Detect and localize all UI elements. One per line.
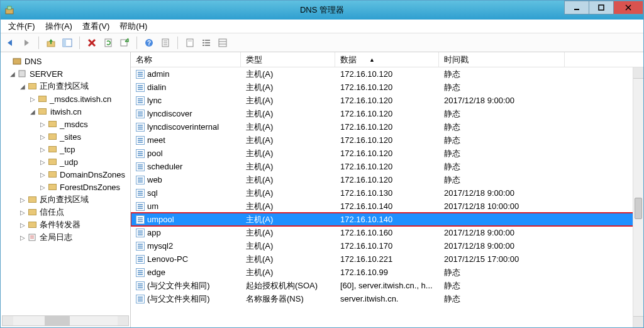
expander-icon[interactable]: ▷ <box>38 133 47 140</box>
table-row[interactable]: um主机(A)172.16.10.1402017/12/18 10:00:00 <box>131 200 643 213</box>
col-data-header[interactable]: 数据▲ <box>335 52 439 67</box>
folder-icon <box>27 81 37 91</box>
table-row[interactable]: (与父文件夹相同)起始授权机构(SOA)[60], server.itwish.… <box>131 279 643 292</box>
table-row[interactable]: umpool主机(A)172.16.10.140 <box>131 213 643 226</box>
scrollbar-thumb[interactable] <box>635 198 642 219</box>
svg-rect-21 <box>203 42 204 43</box>
expander-icon[interactable]: ◢ <box>28 108 37 115</box>
maximize-button[interactable] <box>589 1 614 14</box>
tree-reverse-zones[interactable]: ▷反向查找区域 <box>1 193 130 206</box>
expander-icon[interactable]: ▷ <box>38 159 47 166</box>
table-row[interactable]: admin主机(A)172.16.10.120静态 <box>131 67 643 81</box>
tree-forward-zones[interactable]: ◢正向查找区域 <box>1 80 130 93</box>
col-name-header[interactable]: 名称 <box>131 52 241 67</box>
table-row[interactable]: lync主机(A)172.16.10.1202017/12/18 9:00:00 <box>131 94 643 107</box>
export-button[interactable] <box>118 36 131 50</box>
expander-icon[interactable]: ▷ <box>28 96 37 103</box>
expander-icon[interactable]: ▷ <box>38 121 47 128</box>
expander-icon[interactable]: ▷ <box>18 222 27 229</box>
zone-icon <box>37 94 47 104</box>
col-timestamp-header[interactable]: 时间戳 <box>439 52 565 67</box>
table-row[interactable]: app主机(A)172.16.10.1602017/12/18 9:00:00 <box>131 226 643 239</box>
svg-rect-25 <box>219 39 226 47</box>
nav-back-button[interactable] <box>3 36 17 50</box>
zone-icon <box>37 106 47 116</box>
expander-icon[interactable]: ▷ <box>38 184 47 191</box>
svg-text:?: ? <box>147 40 151 47</box>
tree-sub-_msdcs[interactable]: ▷_msdcs <box>1 118 130 130</box>
tree-sub-ForestDnsZones[interactable]: ▷ForestDnsZones <box>1 181 130 193</box>
show-hide-tree-button[interactable] <box>60 36 74 50</box>
table-row[interactable]: (与父文件夹相同)名称服务器(NS)server.itwish.cn.静态 <box>131 292 643 305</box>
col-type-header[interactable]: 类型 <box>241 52 335 67</box>
svg-rect-8 <box>63 39 66 47</box>
menu-action[interactable]: 操作(A) <box>40 20 77 33</box>
menu-help[interactable]: 帮助(H) <box>114 20 152 33</box>
minimize-button[interactable] <box>564 1 589 14</box>
sort-asc-icon: ▲ <box>369 57 375 63</box>
folder-icon <box>47 182 57 192</box>
records-body[interactable]: admin主机(A)172.16.10.120静态dialin主机(A)172.… <box>131 67 643 316</box>
table-row[interactable]: dialin主机(A)172.16.10.120静态 <box>131 81 643 94</box>
new-record-button[interactable] <box>183 36 197 50</box>
tree-sub-_udp[interactable]: ▷_udp <box>1 156 130 168</box>
record-icon <box>136 149 145 158</box>
expander-icon[interactable]: ▷ <box>18 234 27 241</box>
tree-zone-msdcs[interactable]: ▷_msdcs.itwish.cn <box>1 93 130 105</box>
expander-icon[interactable]: ◢ <box>8 71 17 77</box>
tree-panel[interactable]: DNS ◢SERVER ◢正向查找区域 ▷_msdcs.itwish.cn ◢i… <box>1 52 131 327</box>
svg-rect-24 <box>205 45 210 46</box>
folder-icon <box>47 144 57 154</box>
vertical-scrollbar[interactable] <box>633 67 643 327</box>
tree-horizontal-scrollbar[interactable] <box>2 315 129 326</box>
table-row[interactable]: scheduler主机(A)172.16.10.120静态 <box>131 160 643 173</box>
expander-icon[interactable]: ▷ <box>18 209 27 216</box>
table-row[interactable]: lyncdiscoverinternal主机(A)172.16.10.120静态 <box>131 120 643 133</box>
tree-dns-root[interactable]: DNS <box>1 55 130 67</box>
table-row[interactable]: mysql2主机(A)172.16.10.1702017/12/18 9:00:… <box>131 239 643 252</box>
delete-button[interactable] <box>85 36 99 50</box>
tree-sub-DomainDnsZones[interactable]: ▷DomainDnsZones <box>1 168 130 181</box>
table-row[interactable]: web主机(A)172.16.10.120静态 <box>131 173 643 186</box>
tree-sub-_tcp[interactable]: ▷_tcp <box>1 143 130 156</box>
record-icon <box>136 281 145 290</box>
folder-icon <box>47 169 57 179</box>
nav-forward-button[interactable] <box>19 36 33 50</box>
tree-global-logs[interactable]: ▷全局日志 <box>1 231 130 244</box>
record-icon <box>136 295 145 303</box>
expander-icon[interactable]: ▷ <box>18 196 27 203</box>
folder-icon <box>47 132 57 142</box>
svg-rect-17 <box>187 39 193 47</box>
record-icon <box>136 123 145 132</box>
properties-button[interactable] <box>158 36 172 50</box>
table-row[interactable]: pool主机(A)172.16.10.120静态 <box>131 147 643 160</box>
record-icon <box>136 136 145 145</box>
title-bar[interactable]: DNS 管理器 <box>1 1 643 20</box>
up-folder-button[interactable] <box>44 36 58 50</box>
refresh-button[interactable] <box>101 36 115 50</box>
close-button[interactable] <box>613 1 643 14</box>
expander-icon[interactable]: ◢ <box>18 83 27 90</box>
svg-rect-3 <box>599 5 604 10</box>
table-row[interactable]: sql主机(A)172.16.10.1302017/12/18 9:00:00 <box>131 186 643 200</box>
expander-icon[interactable]: ▷ <box>38 171 47 178</box>
menu-view[interactable]: 查看(V) <box>77 20 114 33</box>
detail-view-button[interactable] <box>216 36 230 50</box>
expander-icon[interactable]: ▷ <box>38 146 47 153</box>
table-row[interactable]: Lenovo-PC主机(A)172.16.10.2212017/12/15 17… <box>131 252 643 266</box>
tree-server[interactable]: ◢SERVER <box>1 67 130 80</box>
folder-icon <box>47 119 57 129</box>
tree-conditional-forwarders[interactable]: ▷条件转发器 <box>1 218 130 231</box>
table-row[interactable]: meet主机(A)172.16.10.120静态 <box>131 133 643 147</box>
table-row[interactable]: edge主机(A)172.16.10.99静态 <box>131 266 643 279</box>
toolbar: ? <box>1 33 643 52</box>
tree-zone-itwish[interactable]: ◢itwish.cn <box>1 105 130 118</box>
tree-sub-_sites[interactable]: ▷_sites <box>1 130 130 143</box>
tree-trust-points[interactable]: ▷信任点 <box>1 206 130 218</box>
help-button[interactable]: ? <box>142 36 156 50</box>
list-view-button[interactable] <box>199 36 213 50</box>
menu-file[interactable]: 文件(F) <box>3 20 40 33</box>
svg-rect-19 <box>203 40 204 41</box>
folder-icon <box>27 220 37 230</box>
table-row[interactable]: lyncdiscover主机(A)172.16.10.120静态 <box>131 107 643 120</box>
